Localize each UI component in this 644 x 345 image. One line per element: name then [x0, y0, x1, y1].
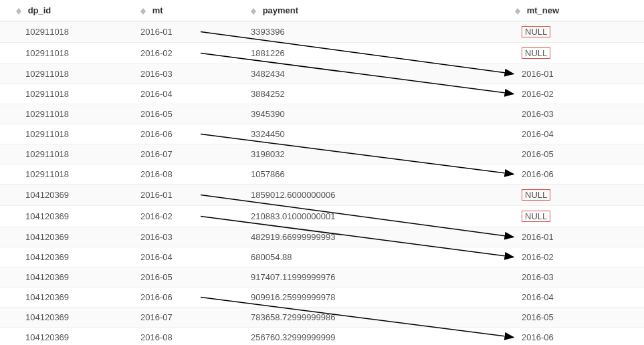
col-label: dp_id	[28, 5, 51, 15]
cell-payment: 3945390	[251, 104, 515, 124]
cell-payment: 482919.66999999993	[251, 227, 515, 247]
table-row: 1029110182016-0334824342016-01	[0, 64, 644, 84]
table-row: 1029110182016-0633244502016-04	[0, 124, 644, 144]
cell-mt: 2016-03	[140, 227, 251, 247]
cell-mt: 2016-08	[140, 328, 251, 346]
cell-mt-new: 2016-02	[515, 247, 644, 267]
svg-marker-7	[515, 11, 520, 15]
cell-mt: 2016-07	[140, 144, 251, 164]
table-row: 1029110182016-0539453902016-03	[0, 104, 644, 124]
cell-mt-new: 2016-02	[515, 84, 644, 104]
cell-dp-id: 104120369	[0, 328, 140, 346]
cell-payment: 3198032	[251, 144, 515, 164]
svg-marker-3	[140, 11, 146, 15]
sort-icon[interactable]	[140, 8, 146, 15]
cell-dp-id: 102911018	[0, 21, 140, 43]
cell-dp-id: 102911018	[0, 43, 140, 64]
cell-payment: 256760.32999999999	[251, 328, 515, 346]
col-header-dp-id[interactable]: dp_id	[0, 0, 140, 21]
null-badge: NULL	[522, 211, 550, 222]
cell-mt: 2016-06	[140, 288, 251, 308]
table-row: 1029110182016-0810578662016-06	[0, 164, 644, 185]
cell-mt-new: NULL	[515, 43, 644, 64]
cell-dp-id: 104120369	[0, 206, 140, 227]
svg-marker-1	[16, 11, 21, 15]
cell-mt-new: NULL	[515, 185, 644, 206]
cell-mt: 2016-05	[140, 267, 251, 288]
cell-dp-id: 102911018	[0, 64, 140, 84]
cell-mt-new: 2016-03	[515, 104, 644, 124]
table-row: 1029110182016-013393396NULL	[0, 21, 644, 43]
cell-mt: 2016-05	[140, 104, 251, 124]
cell-dp-id: 104120369	[0, 288, 140, 308]
table-row: 1029110182016-0438842522016-02	[0, 84, 644, 104]
cell-payment: 909916.25999999978	[251, 288, 515, 308]
sort-icon[interactable]	[515, 8, 520, 15]
cell-dp-id: 104120369	[0, 185, 140, 206]
cell-mt: 2016-06	[140, 124, 251, 144]
col-label: mt	[152, 5, 163, 15]
cell-dp-id: 104120369	[0, 227, 140, 247]
col-label: payment	[263, 5, 298, 15]
cell-payment: 3884252	[251, 84, 515, 104]
cell-mt: 2016-02	[140, 206, 251, 227]
cell-mt-new: NULL	[515, 21, 644, 43]
cell-dp-id: 102911018	[0, 124, 140, 144]
cell-dp-id: 104120369	[0, 267, 140, 288]
cell-mt: 2016-01	[140, 185, 251, 206]
cell-payment: 1057866	[251, 164, 515, 185]
cell-payment: 1881226	[251, 43, 515, 64]
cell-mt-new: 2016-03	[515, 267, 644, 288]
cell-payment: 3324450	[251, 124, 515, 144]
null-badge: NULL	[522, 189, 550, 201]
cell-payment: 917407.11999999976	[251, 267, 515, 288]
cell-mt-new: 2016-06	[515, 164, 644, 185]
cell-mt-new: 2016-01	[515, 227, 644, 247]
cell-payment: 783658.72999999986	[251, 308, 515, 328]
cell-mt: 2016-07	[140, 308, 251, 328]
table-row: 1041203692016-05917407.119999999762016-0…	[0, 267, 644, 288]
cell-mt-new: 2016-05	[515, 144, 644, 164]
cell-mt-new: NULL	[515, 206, 644, 227]
cell-dp-id: 102911018	[0, 144, 140, 164]
cell-dp-id: 102911018	[0, 104, 140, 124]
svg-marker-5	[251, 11, 256, 15]
sort-icon[interactable]	[251, 8, 256, 15]
cell-mt: 2016-02	[140, 43, 251, 64]
table-row: 1041203692016-011859012.6000000006NULL	[0, 185, 644, 206]
cell-mt: 2016-04	[140, 84, 251, 104]
data-table: dp_id mt payment	[0, 0, 644, 345]
cell-payment: 1859012.6000000006	[251, 185, 515, 206]
col-label: mt_new	[527, 5, 559, 15]
sort-icon[interactable]	[16, 8, 21, 15]
table-row: 1029110182016-0731980322016-05	[0, 144, 644, 164]
cell-mt-new: 2016-01	[515, 64, 644, 84]
cell-mt: 2016-03	[140, 64, 251, 84]
table-row: 1041203692016-02210883.01000000001NULL	[0, 206, 644, 227]
table-row: 1041203692016-04680054.882016-02	[0, 247, 644, 267]
cell-mt-new: 2016-05	[515, 308, 644, 328]
table-row: 1029110182016-021881226NULL	[0, 43, 644, 64]
table-row: 1041203692016-06909916.259999999782016-0…	[0, 288, 644, 308]
cell-payment: 680054.88	[251, 247, 515, 267]
table-row: 1041203692016-07783658.729999999862016-0…	[0, 308, 644, 328]
cell-mt-new: 2016-04	[515, 288, 644, 308]
null-badge: NULL	[522, 47, 550, 59]
col-header-mt[interactable]: mt	[140, 0, 251, 21]
null-badge: NULL	[522, 26, 550, 37]
cell-mt: 2016-08	[140, 164, 251, 185]
cell-mt: 2016-01	[140, 21, 251, 43]
col-header-mt-new[interactable]: mt_new	[515, 0, 644, 21]
cell-dp-id: 102911018	[0, 164, 140, 185]
table-row: 1041203692016-08256760.329999999992016-0…	[0, 328, 644, 346]
cell-dp-id: 102911018	[0, 84, 140, 104]
cell-dp-id: 104120369	[0, 247, 140, 267]
cell-mt-new: 2016-06	[515, 328, 644, 346]
cell-dp-id: 104120369	[0, 308, 140, 328]
cell-mt: 2016-04	[140, 247, 251, 267]
cell-payment: 3482434	[251, 64, 515, 84]
table-row: 1041203692016-03482919.669999999932016-0…	[0, 227, 644, 247]
cell-payment: 210883.01000000001	[251, 206, 515, 227]
table-body: 1029110182016-013393396NULL1029110182016…	[0, 21, 644, 346]
col-header-payment[interactable]: payment	[251, 0, 515, 21]
